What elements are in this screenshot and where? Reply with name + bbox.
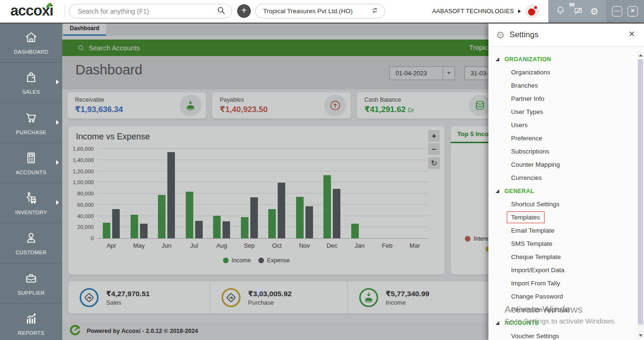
settings-panel: ⚙ Settings ✕ ORGANIZATION OrganizationsB… <box>488 24 644 340</box>
settings-item-cheque-template[interactable]: Cheque Template <box>488 251 637 264</box>
minimize-button[interactable]: — <box>612 6 622 16</box>
settings-item-change-password[interactable]: Change Password <box>488 290 637 303</box>
y-tick: 80,000 <box>77 191 94 196</box>
gear-icon: ⚙ <box>496 30 505 40</box>
search-accounts-button[interactable]: Search Accounts <box>77 40 140 56</box>
settings-item-sms-template[interactable]: SMS Template <box>488 237 637 251</box>
topbar-icon-zone: 99 ⚙ <box>548 0 606 23</box>
zoom-in-button[interactable]: + <box>428 130 440 142</box>
sidebar-item-inventory[interactable]: INVENTORY <box>0 183 62 223</box>
settings-item-users[interactable]: Users <box>488 119 637 132</box>
tab-dashboard[interactable]: Dashboard <box>63 23 106 36</box>
date-dropdown-icon[interactable] <box>443 67 454 80</box>
bar-expense-aug <box>223 221 230 238</box>
expand-triangle-icon <box>495 321 499 325</box>
avatar[interactable] <box>525 4 539 18</box>
y-tick: 60,000 <box>77 202 94 208</box>
accoxi-footer-logo-icon <box>69 324 81 338</box>
sidebar-item-label: INVENTORY <box>15 210 47 215</box>
y-tick: 20,000 <box>77 224 94 230</box>
settings-item-import-export-data[interactable]: Import/Export Data <box>488 264 637 277</box>
plot-area <box>98 149 429 239</box>
settings-section-organization[interactable]: ORGANIZATION <box>488 53 637 66</box>
settings-item-email-template[interactable]: Email Template <box>488 224 637 237</box>
x-tick: Sep <box>240 242 259 249</box>
settings-scrollbar[interactable] <box>637 52 644 339</box>
bar-group-feb <box>379 149 396 238</box>
switch-company-icon[interactable] <box>371 6 379 16</box>
bar-group-jun <box>158 149 175 238</box>
settings-item-organizations[interactable]: Organizations <box>488 66 637 79</box>
search-icon[interactable] <box>216 6 226 17</box>
notifications-icon[interactable] <box>555 5 566 17</box>
x-tick: Mar <box>405 242 424 249</box>
account-menu[interactable]: AABASOFT TECHNOLOGIES <box>432 0 539 23</box>
y-tick: 1,40,000 <box>73 157 94 163</box>
total-sales: ₹4,27,970.51 Sales <box>68 282 210 314</box>
sidebar-item-accounts[interactable]: ACCOUNTS <box>0 143 62 183</box>
scroll-down-icon[interactable] <box>637 332 644 339</box>
settings-item-branches[interactable]: Branches <box>488 79 637 92</box>
briefcase-icon <box>24 271 38 287</box>
settings-item-templates[interactable]: Templates <box>488 211 637 224</box>
stat-label: Cash Balance <box>364 97 414 103</box>
total-purchase: ₹3,03,005.92 Purchase <box>210 282 347 314</box>
sidebar-item-customer[interactable]: CUSTOMER <box>0 223 62 263</box>
stat-label: Receivable <box>75 97 123 103</box>
settings-item-partner-info[interactable]: Partner Info <box>488 92 637 105</box>
y-tick: 1,60,000 <box>73 146 94 152</box>
expand-triangle-icon <box>495 189 499 193</box>
settings-item-preference[interactable]: Preference <box>488 132 637 145</box>
stat-card-receivable: Receivable ₹1,93,636.34 <box>67 92 206 119</box>
close-button[interactable]: ✕ <box>627 6 638 16</box>
sidebar-item-dashboard[interactable]: DASHBOARD <box>0 23 62 63</box>
x-tick: Feb <box>378 242 396 249</box>
settings-item-permission-approval[interactable]: Permission Approval <box>488 303 637 316</box>
x-tick: Jun <box>157 242 176 249</box>
settings-close-icon[interactable]: ✕ <box>626 29 637 39</box>
settings-item-currencies[interactable]: Currencies <box>488 171 637 185</box>
settings-item-import-from-tally[interactable]: Import From Tally <box>488 277 637 290</box>
settings-item-counter-mapping[interactable]: Counter Mapping <box>488 158 637 171</box>
bar-expense-nov <box>305 206 313 238</box>
submenu-arrow-icon <box>56 160 59 165</box>
y-tick: 0 <box>91 235 94 241</box>
x-tick: May <box>130 242 149 249</box>
settings-item-subscriptions[interactable]: Subscriptions <box>488 145 637 158</box>
scroll-up-icon[interactable] <box>637 52 644 58</box>
topbar: accoxi + Tropical Treasures Pvt Ltd.(HO)… <box>0 0 644 24</box>
scrollbar-thumb[interactable] <box>638 59 643 324</box>
sidebar-item-supplier[interactable]: SUPPLIER <box>0 264 62 304</box>
sidebar-item-reports[interactable]: REPORTS <box>0 304 62 340</box>
bar-group-jul <box>186 149 203 238</box>
bar-income-sep <box>241 217 248 238</box>
trolley-icon <box>24 191 38 207</box>
settings-item-shortcut-settings[interactable]: Shortcut Settings <box>488 198 637 211</box>
company-selector[interactable]: Tropical Treasures Pvt Ltd.(HO) <box>255 4 385 18</box>
global-search[interactable] <box>69 4 232 18</box>
search-input[interactable] <box>77 7 216 16</box>
settings-section-accounts[interactable]: ACCOUNTS <box>488 316 637 330</box>
stat-card-payables: Payables ₹1,40,923.50 <box>212 92 351 119</box>
bar-group-aug <box>213 149 230 238</box>
sidebar-item-purchase[interactable]: PURCHASE <box>0 103 62 143</box>
cart-icon <box>24 111 38 127</box>
settings-item-user-types[interactable]: User Types <box>488 105 637 119</box>
sidebar-item-sales[interactable]: SALES <box>0 63 62 103</box>
bar-expense-sep <box>250 197 258 238</box>
total-value: ₹5,77,340.99 <box>386 290 429 298</box>
settings-section-general[interactable]: GENERAL <box>488 185 637 198</box>
bar-income-aug <box>213 216 221 238</box>
settings-item-voucher-settings[interactable]: Voucher Settings <box>488 330 637 340</box>
submenu-arrow-icon <box>56 80 59 84</box>
submenu-arrow-icon <box>56 120 59 125</box>
coin-stack-icon <box>469 95 491 116</box>
coin-in-icon <box>180 95 201 116</box>
add-button[interactable]: + <box>237 4 251 18</box>
bar-income-jul <box>186 192 193 238</box>
date-from-input[interactable]: 01-04-2023 <box>389 66 455 80</box>
settings-icon[interactable]: ⚙ <box>590 7 599 16</box>
bar-income-dec <box>323 175 331 238</box>
bar-expense-may <box>140 224 148 238</box>
bar-expense-jun <box>167 152 175 238</box>
